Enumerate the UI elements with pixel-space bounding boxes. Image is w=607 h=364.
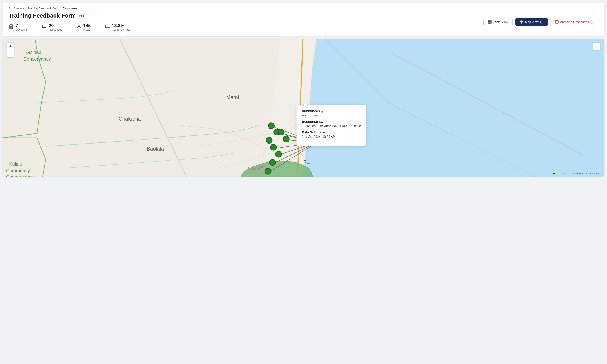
svg-text:Conservancy: Conservancy: [6, 174, 34, 177]
table-view-button[interactable]: Table View: [483, 18, 513, 26]
views-value: 145: [83, 23, 90, 28]
leaflet-attribution-link[interactable]: Leaflet: [559, 172, 566, 175]
osm-attribution-link[interactable]: © OpenStreetMap contributors: [568, 172, 602, 175]
svg-text:Meraf: Meraf: [226, 94, 239, 100]
responses-icon: [42, 24, 47, 30]
views-label: Views: [83, 28, 90, 31]
svg-rect-17: [555, 20, 558, 21]
popup-date-row: Date Submitted: 2nd Oct 2024, 10:24 AM: [302, 130, 361, 138]
map-view-button[interactable]: Map View i: [515, 18, 548, 26]
svg-text:Conservancy: Conservancy: [23, 56, 51, 62]
archive-icon: [555, 20, 559, 24]
svg-point-5: [77, 26, 81, 28]
popup-submitted-by-label: Submitted By:: [302, 109, 361, 113]
svg-point-55: [270, 159, 275, 165]
svg-rect-8: [488, 20, 491, 24]
form-title-text: Training Feedback Form: [9, 12, 76, 19]
svg-point-54: [275, 151, 282, 157]
questions-info: 7 Questions: [16, 23, 27, 31]
svg-rect-7: [105, 25, 109, 27]
popup-submitted-by-value: Anonymous: [302, 114, 361, 117]
svg-text:Galana: Galana: [26, 50, 42, 55]
popup-response-id-row: Response ID: 9d25bbc6-82c6-4b55-b62a-064…: [302, 120, 361, 128]
map-popup: Submitted By: Anonymous Response ID: 9d2…: [297, 104, 366, 145]
breadcrumb-sep-2: ›: [60, 7, 61, 10]
svg-point-6: [78, 26, 80, 27]
svg-rect-4: [42, 25, 46, 27]
svg-point-56: [265, 168, 271, 174]
responses-value: 20: [49, 23, 62, 28]
views-icon: [77, 24, 81, 30]
breadcrumb: My Surveys › Training Feedback Form › Re…: [9, 7, 598, 10]
stat-responses: 20 Responses: [42, 23, 62, 31]
zoom-in-button[interactable]: +: [7, 43, 14, 50]
breadcrumb-form[interactable]: Training Feedback Form: [27, 7, 59, 10]
map-fullscreen-button[interactable]: [593, 43, 600, 50]
page-wrapper: My Surveys › Training Feedback Form › Re…: [0, 0, 607, 364]
attribution-pipe: |: [567, 172, 568, 175]
svg-point-58: [283, 136, 289, 142]
stat-divider-2: [69, 23, 69, 32]
archived-label: Archived Responses: [560, 20, 589, 24]
stat-questions: 7 Questions: [9, 23, 27, 31]
breadcrumb-current: Responses: [63, 7, 77, 10]
questions-label: Questions: [16, 28, 27, 31]
action-buttons: Table View Map View i: [483, 18, 598, 26]
zoom-controls: + −: [7, 43, 14, 58]
map-pin-icon: [520, 20, 523, 24]
svg-point-50: [268, 123, 274, 129]
response-rate-label: Response Rate: [112, 28, 130, 31]
popup-submitted-by-row: Submitted By: Anonymous: [302, 109, 361, 117]
svg-text:R...: R...: [304, 160, 310, 164]
questions-value: 7: [16, 23, 27, 28]
stat-views: 145 Views: [77, 23, 90, 31]
views-info: 145 Views: [83, 23, 90, 31]
map-attribution: Leaflet | © OpenStreetMap contributors: [553, 172, 602, 175]
svg-point-57: [278, 129, 284, 135]
popup-date-value: 2nd Oct 2024, 10:24 AM: [302, 135, 361, 138]
svg-text:Baolala: Baolala: [147, 146, 164, 152]
svg-text:Kulalu: Kulalu: [9, 162, 22, 167]
header-main: Training Feedback Form Info: [9, 12, 598, 32]
archived-button[interactable]: Archived Responses i: [551, 18, 598, 26]
header-card: My Surveys › Training Feedback Form › Re…: [3, 3, 604, 37]
table-view-label: Table View: [493, 20, 508, 24]
breadcrumb-sep-1: ›: [25, 7, 26, 10]
flag-blue: [553, 173, 555, 174]
breadcrumb-my-surveys[interactable]: My Surveys: [9, 7, 24, 10]
response-rate-icon: [105, 24, 110, 30]
leaflet-logo: [553, 173, 558, 174]
stat-response-rate: 13.8% Response Rate: [105, 23, 130, 31]
flag-yellow: [555, 173, 558, 174]
zoom-out-button[interactable]: −: [7, 50, 14, 57]
svg-text:i: i: [542, 21, 542, 23]
popup-response-id-value: 9d25bbc6-82c6-4b55-b62a-064617bbca0e: [302, 124, 361, 128]
stat-divider-3: [98, 23, 98, 32]
svg-text:Community: Community: [6, 168, 30, 173]
popup-response-id-label: Response ID:: [302, 120, 361, 123]
map-view-info-icon: i: [540, 20, 543, 24]
questions-icon: [9, 24, 14, 30]
svg-text:i: i: [592, 21, 592, 23]
responses-label: Responses: [49, 28, 62, 31]
form-title-row: Training Feedback Form Info: [9, 12, 130, 19]
svg-point-52: [266, 137, 272, 143]
stats-row: 7 Questions: [9, 23, 130, 32]
response-rate-value: 13.8%: [112, 23, 130, 28]
svg-text:Chakama: Chakama: [119, 116, 141, 122]
title-area: Training Feedback Form Info: [9, 12, 130, 32]
svg-point-53: [270, 144, 276, 150]
response-rate-info: 13.8% Response Rate: [112, 23, 130, 31]
info-link[interactable]: Info: [78, 14, 84, 18]
map-container[interactable]: Galana Conservancy Kulalu Community Cons…: [3, 39, 604, 177]
popup-date-label: Date Submitted:: [302, 130, 361, 134]
table-icon: [488, 20, 491, 24]
archived-info-icon: i: [590, 20, 594, 24]
svg-text:Malindi: Malindi: [248, 166, 263, 171]
responses-info: 20 Responses: [49, 23, 62, 31]
svg-point-13: [521, 21, 522, 22]
map-view-label: Map View: [525, 20, 539, 24]
